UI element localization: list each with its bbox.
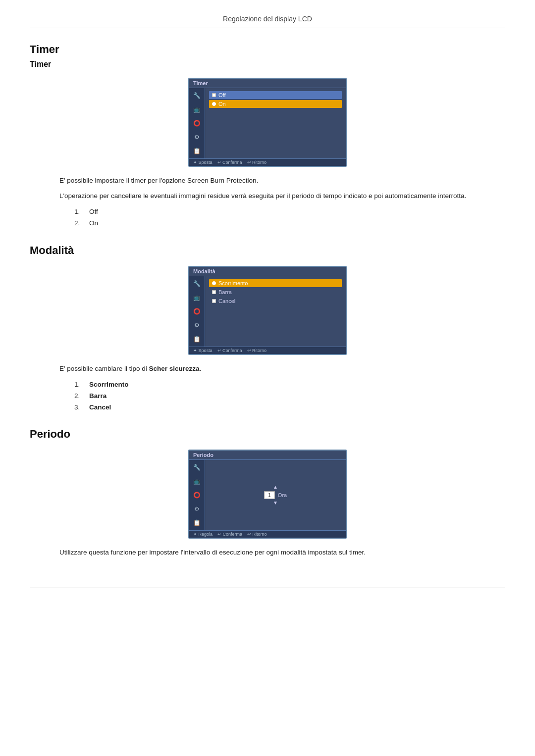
modalita-label-scorrimento: Scorrimento bbox=[218, 280, 248, 286]
modalita-osd-content: Scorrimento Barra Cancel bbox=[205, 276, 346, 347]
modalita-list-label-1: Scorrimento bbox=[89, 379, 129, 391]
osd-icon-gear: ⚙ bbox=[193, 133, 202, 142]
periodo-icon-screen: 📺 bbox=[193, 477, 202, 486]
periodo-osd-title: Periodo bbox=[189, 451, 346, 460]
periodo-arrow-down: ▼ bbox=[273, 501, 278, 505]
modalita-osd-screen: Modalità 🔧 📺 ⭕ ⚙ 📋 Scorrimento bbox=[188, 266, 347, 355]
timer-osd-content: Off On bbox=[205, 88, 346, 158]
osd-icon-tool: 🔧 bbox=[193, 91, 202, 100]
modalita-osd-title: Modalità bbox=[189, 267, 346, 276]
modalita-heading: Modalità bbox=[30, 244, 505, 257]
timer-heading-large: Timer bbox=[30, 43, 505, 56]
timer-heading-sub: Timer bbox=[30, 60, 505, 69]
modalita-list-label-2: Barra bbox=[89, 391, 107, 402]
modalita-list-label-3: Cancel bbox=[89, 402, 111, 413]
timer-radio-on bbox=[212, 102, 216, 106]
top-divider bbox=[30, 28, 505, 28]
modalita-menu-item-barra: Barra bbox=[209, 288, 342, 296]
periodo-arrow-up: ▲ bbox=[273, 485, 278, 490]
timer-list-label-2: On bbox=[89, 218, 98, 229]
periodo-osd-screen: Periodo 🔧 📺 ⭕ ⚙ 📋 ▲ 1 bbox=[188, 450, 347, 539]
modalita-list-num-1: 1. bbox=[74, 379, 83, 391]
periodo-nav-return: ↩ Ritorno bbox=[247, 532, 267, 537]
periodo-osd-sidebar: 🔧 📺 ⭕ ⚙ 📋 bbox=[189, 460, 205, 530]
modalita-osd-body: 🔧 📺 ⭕ ⚙ 📋 Scorrimento Barra bbox=[189, 276, 346, 347]
periodo-mockup-wrapper: Periodo 🔧 📺 ⭕ ⚙ 📋 ▲ 1 bbox=[30, 450, 505, 539]
timer-label-on: On bbox=[218, 101, 226, 107]
osd-icon-screen: 📺 bbox=[193, 105, 202, 114]
periodo-osd-body: 🔧 📺 ⭕ ⚙ 📋 ▲ 1 Ora ▼ bbox=[189, 460, 346, 530]
timer-mockup-wrapper: Timer 🔧 📺 ⭕ ⚙ 📋 Off bbox=[30, 78, 505, 167]
timer-section: Timer Timer Timer 🔧 📺 ⭕ ⚙ 📋 bbox=[30, 43, 505, 229]
timer-list-item-2: 2. On bbox=[74, 218, 485, 229]
modalita-paragraph1: E' possibile cambiare il tipo di Scher s… bbox=[59, 364, 485, 374]
timer-osd-sidebar: 🔧 📺 ⭕ ⚙ 📋 bbox=[189, 88, 205, 158]
timer-list-num-2: 2. bbox=[74, 218, 83, 229]
bottom-divider bbox=[30, 588, 505, 588]
modalita-mockup-wrapper: Modalità 🔧 📺 ⭕ ⚙ 📋 Scorrimento bbox=[30, 266, 505, 355]
periodo-heading: Periodo bbox=[30, 428, 505, 441]
periodo-spinner-value-row: 1 Ora bbox=[264, 491, 287, 499]
osd-icon-doc: 📋 bbox=[193, 147, 202, 155]
timer-nav-confirm: ↵ Conferma bbox=[217, 160, 242, 165]
timer-label-off: Off bbox=[218, 92, 225, 98]
periodo-spinner-area: ▲ 1 Ora ▼ bbox=[205, 460, 346, 530]
modalita-icon-gear: ⚙ bbox=[193, 321, 202, 330]
periodo-paragraph1: Utilizzare questa funzione per impostare… bbox=[59, 548, 485, 558]
timer-osd-bottom: ✦ Sposta ↵ Conferma ↩ Ritorno bbox=[189, 158, 346, 166]
periodo-icon-tool: 🔧 bbox=[193, 463, 202, 472]
page-title: Regolazione del display LCD bbox=[30, 15, 505, 23]
timer-osd-screen: Timer 🔧 📺 ⭕ ⚙ 📋 Off bbox=[188, 78, 347, 167]
modalita-para1-pre: E' possibile cambiare il tipo di bbox=[59, 365, 149, 372]
modalita-icon-circle: ⭕ bbox=[193, 307, 202, 316]
timer-list: 1. Off 2. On bbox=[74, 206, 485, 229]
modalita-icon-tool: 🔧 bbox=[193, 279, 202, 288]
modalita-list: 1. Scorrimento 2. Barra 3. Cancel bbox=[74, 379, 485, 413]
timer-osd-body: 🔧 📺 ⭕ ⚙ 📋 Off On bbox=[189, 88, 346, 158]
page-container: Regolazione del display LCD Timer Timer … bbox=[0, 0, 535, 756]
timer-menu-item-off: Off bbox=[209, 91, 342, 99]
modalita-menu-item-cancel: Cancel bbox=[209, 297, 342, 305]
modalita-nav-confirm: ↵ Conferma bbox=[217, 348, 242, 353]
modalita-label-barra: Barra bbox=[218, 289, 232, 295]
timer-paragraph1: E' possibile impostare il timer per l'op… bbox=[59, 176, 485, 186]
modalita-list-num-2: 2. bbox=[74, 391, 83, 402]
modalita-checkbox-cancel bbox=[212, 299, 216, 303]
modalita-checkbox-barra bbox=[212, 290, 216, 294]
timer-list-num-1: 1. bbox=[74, 206, 83, 218]
periodo-content-text: Utilizzare questa funzione per impostare… bbox=[59, 548, 485, 558]
timer-list-item-1: 1. Off bbox=[74, 206, 485, 218]
modalita-section: Modalità Modalità 🔧 📺 ⭕ ⚙ 📋 Scor bbox=[30, 244, 505, 413]
modalita-label-cancel: Cancel bbox=[218, 298, 235, 304]
timer-menu-item-on: On bbox=[209, 100, 342, 108]
timer-nav-return: ↩ Ritorno bbox=[247, 160, 267, 165]
periodo-spinner-label: Ora bbox=[278, 492, 287, 498]
modalita-list-item-3: 3. Cancel bbox=[74, 402, 485, 413]
modalita-osd-bottom: ✦ Sposta ↵ Conferma ↩ Ritorno bbox=[189, 347, 346, 354]
modalita-content-text: E' possibile cambiare il tipo di Scher s… bbox=[59, 364, 485, 413]
periodo-icon-doc: 📋 bbox=[193, 518, 202, 527]
modalita-list-num-3: 3. bbox=[74, 402, 83, 413]
periodo-nav-regola: ✦ Regola bbox=[193, 532, 213, 537]
timer-nav-move: ✦ Sposta bbox=[193, 160, 213, 165]
modalita-nav-return: ↩ Ritorno bbox=[247, 348, 267, 353]
modalita-list-item-2: 2. Barra bbox=[74, 391, 485, 402]
osd-icon-circle: ⭕ bbox=[193, 119, 202, 128]
periodo-icon-gear: ⚙ bbox=[193, 504, 202, 513]
modalita-osd-sidebar: 🔧 📺 ⭕ ⚙ 📋 bbox=[189, 276, 205, 347]
periodo-nav-confirm: ↵ Conferma bbox=[217, 532, 242, 537]
modalita-menu-item-scorrimento: Scorrimento bbox=[209, 279, 342, 287]
timer-content-text: E' possibile impostare il timer per l'op… bbox=[59, 176, 485, 229]
periodo-icon-circle: ⭕ bbox=[193, 491, 202, 500]
timer-paragraph2: L'operazione per cancellare le eventuali… bbox=[59, 191, 485, 202]
timer-checkbox-off bbox=[212, 93, 216, 97]
modalita-icon-doc: 📋 bbox=[193, 335, 202, 344]
timer-list-label-1: Off bbox=[89, 206, 98, 218]
modalita-radio-scorrimento bbox=[212, 281, 216, 285]
periodo-spinner-box: 1 bbox=[264, 491, 275, 499]
periodo-osd-bottom: ✦ Regola ↵ Conferma ↩ Ritorno bbox=[189, 530, 346, 538]
timer-osd-title: Timer bbox=[189, 79, 346, 88]
modalita-icon-screen: 📺 bbox=[193, 293, 202, 302]
modalita-para1-post: . bbox=[199, 365, 201, 372]
periodo-spinner: ▲ 1 Ora ▼ bbox=[264, 485, 287, 505]
